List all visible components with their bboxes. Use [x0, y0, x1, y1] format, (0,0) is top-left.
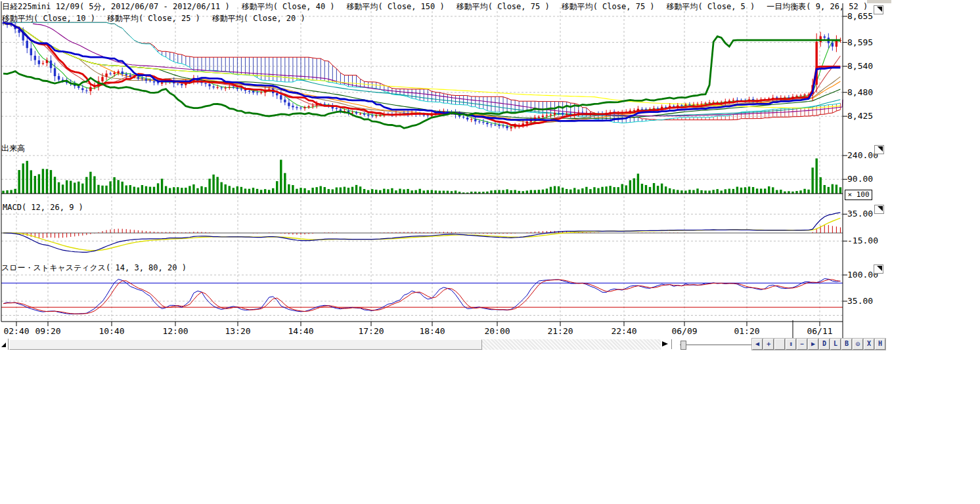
ma-lines [3, 24, 843, 127]
macd-tick-label: 35.00 [847, 209, 873, 219]
toolbar-play-button[interactable]: ▶ [808, 339, 818, 350]
dropdown-triangle-icon [878, 206, 883, 211]
volume-tick-label: 240.00 [847, 150, 878, 160]
time-tick-label: 22:40 [608, 326, 640, 336]
zoom-slider-track[interactable] [680, 345, 762, 345]
time-tick-label: 18:40 [416, 326, 448, 336]
toolbar-mode-b-button[interactable]: B [841, 339, 852, 350]
time-tick-label: 02:40 [1, 326, 32, 336]
toolbar-mode-d-button[interactable]: D [819, 339, 830, 350]
dropdown-triangle-icon [877, 7, 882, 12]
bottom-bar: ◀＋ ↕－▶DLB◎XH [0, 339, 899, 351]
horizontal-scrollbar-thumb[interactable] [9, 339, 482, 350]
time-tick-label: 13:20 [222, 326, 254, 336]
toolbar-target-button[interactable]: ◎ [853, 339, 863, 350]
stoch-axis-dropdown-button[interactable] [874, 264, 883, 274]
price-tick-label: 8,655 [847, 11, 873, 21]
time-tick-label: 17:20 [355, 326, 387, 336]
time-tick-label: 06/09 [669, 326, 700, 336]
toolbar-zoom-in-button[interactable]: ＋ [763, 339, 774, 350]
toolbar-mode-h-button[interactable]: H [875, 339, 885, 350]
volume-axis-dropdown-button[interactable] [874, 145, 884, 154]
volume-panel-label: 出来高 [1, 143, 25, 154]
toolbar-close-button[interactable]: X [864, 339, 874, 350]
resize-arrow-icon [1, 343, 6, 347]
macd-panel-label: MACD( 12, 26, 9 ) [3, 203, 83, 212]
macd-tick-label: -15.00 [847, 236, 878, 245]
stoch-tick-label: 35.00 [847, 296, 873, 306]
axes-layer [1, 1, 847, 351]
horizontal-scrollbar-track[interactable] [482, 339, 661, 350]
ichimoku-lines [3, 22, 840, 128]
dropdown-triangle-icon [877, 266, 882, 271]
stoch-plot [1, 279, 843, 314]
time-tick-label: 01:20 [731, 326, 763, 336]
volume-tick-label: 90.00 [847, 174, 873, 184]
zoom-slider-thumb[interactable] [680, 341, 686, 350]
time-tick-label: 21:20 [545, 326, 576, 336]
time-tick-label: 10:40 [96, 326, 127, 336]
toolbar-scale-button[interactable]: ↕ [786, 339, 796, 350]
macd-plot [1, 213, 843, 253]
scrollbar-corner-button[interactable] [0, 339, 9, 350]
toolbar-zoom-out-button[interactable]: － [797, 339, 807, 350]
dropdown-triangle-icon [878, 146, 883, 152]
time-tick-label: 06/11 [804, 326, 835, 336]
window-chrome-strip [867, 0, 891, 3]
bottom-bar-divider [671, 339, 672, 349]
chart-app-window: 日経225mini 12/09( 5分, 2012/06/07 - 2012/0… [0, 0, 980, 504]
chart-canvas [0, 0, 899, 351]
price-axis-dropdown-button[interactable] [874, 5, 883, 14]
price-tick-label: 8,595 [847, 37, 873, 47]
time-tick-label: 12:00 [160, 326, 191, 336]
grid-layer [1, 7, 843, 322]
price-tick-label: 8,480 [847, 87, 873, 97]
toolbar-spacer-button[interactable] [774, 339, 785, 350]
time-tick-label: 14:40 [285, 326, 317, 336]
time-tick-label: 09:20 [32, 326, 64, 336]
volume-multiplier-badge: × 100 [845, 190, 872, 200]
chart-toolbar: ◀＋ ↕－▶DLB◎XH [752, 339, 886, 351]
toolbar-mode-l-button[interactable]: L [830, 339, 841, 350]
pointer-arrow-icon [662, 341, 668, 346]
price-tick-label: 8,425 [847, 111, 873, 121]
time-tick-label: 20:00 [481, 326, 513, 336]
price-tick-label: 8,540 [847, 61, 873, 71]
volume-bars [1, 158, 843, 194]
toolbar-shift-left-button[interactable]: ◀ [752, 339, 763, 350]
macd-axis-dropdown-button[interactable] [874, 205, 884, 214]
stoch-panel-label: スロー・ストキャスティクス( 14, 3, 80, 20 ) [1, 262, 187, 274]
